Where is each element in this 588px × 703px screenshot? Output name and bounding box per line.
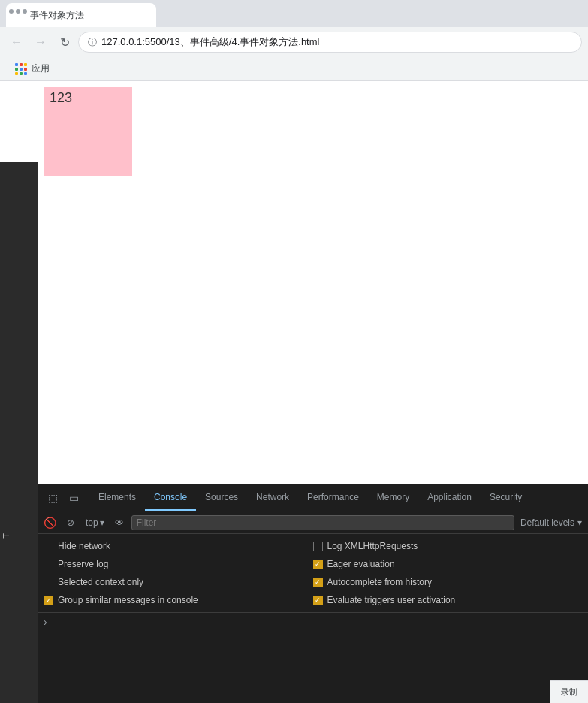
clear-icon: 🚫 [44,517,56,529]
console-toolbar: 🚫 ⊘ top ▾ 👁 Default levels ▾ [38,511,588,534]
address-text: 127.0.0.1:5500/13、事件高级/4.事件对象方法.html [101,35,572,49]
hide-network-checkbox[interactable]: Hide network [44,541,110,551]
log-levels-chevron-icon: ▾ [577,517,582,528]
clear-console-button[interactable]: 🚫 [41,514,59,531]
forward-icon: → [35,35,47,49]
console-prompt[interactable]: › [44,616,582,628]
settings-area: Hide network Log XMLHttpRequests [38,534,588,613]
settings-col-1-2: Log XMLHttpRequests [313,541,583,551]
browser-chrome: 事件对象方法 ← → ↻ ⓘ 127.0.0.1:5500/13、事件高级/4.… [0,0,588,81]
sidebar-label: T [0,530,12,542]
hide-network-label: Hide network [58,541,110,551]
settings-row-4: Group similar messages in console Evalua… [44,591,582,609]
log-xmlhttp-checkbox[interactable]: Log XMLHttpRequests [313,541,418,551]
settings-col-4-1: Group similar messages in console [44,595,313,605]
eval-triggers-checkbox[interactable]: Evaluate triggers user activation [313,595,456,605]
preserve-log-label: Preserve log [58,559,108,569]
filter-icon: ⊘ [67,517,74,528]
devtools-icon-buttons: ⬚ ▭ [38,484,89,511]
tab-bar: 事件对象方法 [0,0,588,27]
settings-col-3-2: Autocomplete from history [313,577,583,587]
devtools-tabs: ⬚ ▭ Elements Console Sources Network [38,484,588,511]
record-label: 录制 [561,686,577,698]
tab-title: 事件对象方法 [30,9,84,22]
autocomplete-checkbox[interactable]: Autocomplete from history [313,577,432,587]
filter-input[interactable] [131,515,514,530]
chevron-down-icon: ▾ [100,517,104,528]
eager-eval-checkbox[interactable]: Eager evaluation [313,559,395,569]
cursor-icon: ⬚ [48,492,58,504]
eager-eval-cb [313,560,323,569]
tab-performance[interactable]: Performance [298,484,368,511]
pink-box: 123 [44,87,132,176]
eye-button[interactable]: 👁 [110,514,128,531]
context-selector[interactable]: top ▾ [83,516,107,530]
tab-console[interactable]: Console [145,484,196,511]
group-similar-cb [44,596,53,605]
settings-col-1-1: Hide network [44,541,313,551]
log-levels-selector[interactable]: Default levels ▾ [517,516,585,530]
apps-button[interactable]: 应用 [9,59,56,78]
back-icon: ← [11,35,23,49]
settings-col-2-1: Preserve log [44,559,313,569]
refresh-icon: ↻ [60,35,70,50]
filter-toggle-button[interactable]: ⊘ [62,514,80,531]
left-sidebar: T [0,162,38,703]
selected-context-cb [44,578,53,587]
tab-sources[interactable]: Sources [196,484,247,511]
apps-label: 应用 [32,62,50,75]
tab-elements[interactable]: Elements [89,484,145,511]
forward-button[interactable]: → [30,32,51,53]
tab-network[interactable]: Network [247,484,298,511]
preserve-log-checkbox[interactable]: Preserve log [44,559,108,569]
prompt-chevron-icon: › [44,616,47,628]
log-xmlhttp-label: Log XMLHttpRequests [327,541,418,551]
group-similar-label: Group similar messages in console [58,595,198,605]
hide-network-cb [44,542,53,551]
settings-row-2: Preserve log Eager evaluation [44,555,582,573]
log-levels-label: Default levels [520,517,574,528]
page-viewport: 123 [38,81,588,484]
selected-context-label: Selected context only [58,577,143,587]
log-xmlhttp-cb [313,542,323,551]
tab-application[interactable]: Application [418,484,481,511]
eval-triggers-cb [313,596,323,605]
autocomplete-cb [313,578,323,587]
apps-grid-icon [15,63,27,75]
console-output: › [38,613,588,703]
cursor-tool-button[interactable]: ⬚ [44,489,62,507]
refresh-button[interactable]: ↻ [54,32,75,53]
bottom-bar[interactable]: 录制 [550,680,588,703]
autocomplete-label: Autocomplete from history [327,577,432,587]
settings-row-1: Hide network Log XMLHttpRequests [44,537,582,555]
tab-security[interactable]: Security [481,484,531,511]
lock-icon: ⓘ [88,36,97,49]
settings-col-2-2: Eager evaluation [313,559,583,569]
box-number: 123 [50,90,72,106]
preserve-log-cb [44,560,53,569]
context-label: top [86,517,98,528]
group-similar-checkbox[interactable]: Group similar messages in console [44,595,198,605]
settings-row-3: Selected context only Autocomplete from … [44,573,582,591]
mobile-icon: ▭ [69,492,79,504]
eager-eval-label: Eager evaluation [327,559,395,569]
selected-context-checkbox[interactable]: Selected context only [44,577,143,587]
main-area: T 123 ⬚ ▭ Elements [0,81,588,703]
address-bar[interactable]: ⓘ 127.0.0.1:5500/13、事件高级/4.事件对象方法.html [78,32,582,53]
eye-icon: 👁 [115,517,124,528]
page-and-devtools: 123 ⬚ ▭ Elements Console [38,81,588,703]
devtools-panel: ⬚ ▭ Elements Console Sources Network [38,484,588,703]
mobile-tool-button[interactable]: ▭ [65,489,83,507]
bookmarks-bar: 应用 [0,57,588,81]
back-button[interactable]: ← [6,32,27,53]
nav-bar: ← → ↻ ⓘ 127.0.0.1:5500/13、事件高级/4.事件对象方法.… [0,27,588,57]
settings-col-4-2: Evaluate triggers user activation [313,595,583,605]
active-tab[interactable]: 事件对象方法 [6,3,156,27]
eval-triggers-label: Evaluate triggers user activation [327,595,456,605]
settings-col-3-1: Selected context only [44,577,313,587]
tab-memory[interactable]: Memory [368,484,418,511]
